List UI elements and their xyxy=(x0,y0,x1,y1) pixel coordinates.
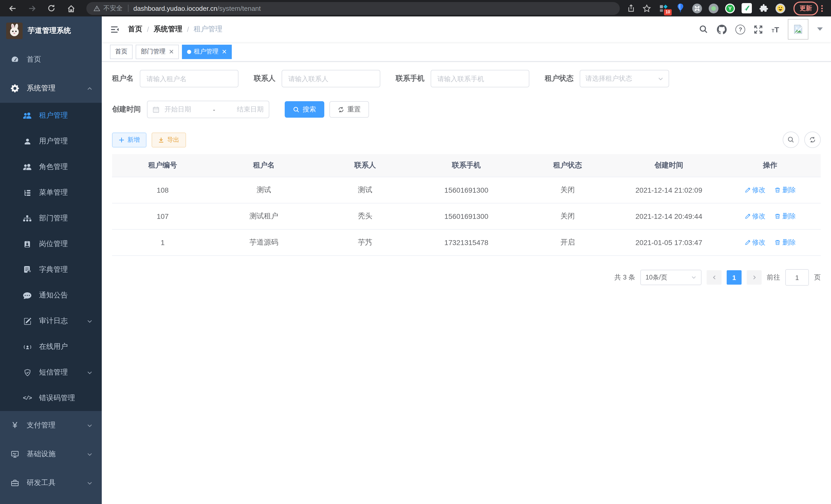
share-icon[interactable] xyxy=(627,4,635,12)
bookmark-star-icon[interactable] xyxy=(642,4,651,12)
sidebar-item-label: 错误码管理 xyxy=(39,393,92,403)
next-page-button[interactable] xyxy=(747,270,762,285)
caret-down-icon[interactable] xyxy=(817,27,823,31)
goto-page-input[interactable] xyxy=(785,269,809,286)
sidebar-item-tenant[interactable]: 租户管理 xyxy=(0,103,102,128)
prev-page-button[interactable] xyxy=(707,270,721,285)
close-icon[interactable] xyxy=(169,49,174,54)
sidebar-item-notice[interactable]: 通知公告 xyxy=(0,283,102,308)
header-search-icon[interactable] xyxy=(699,25,709,34)
contact-input[interactable] xyxy=(282,70,380,87)
sidebar-fold-icon[interactable] xyxy=(110,24,120,34)
phone-input[interactable] xyxy=(431,70,529,87)
extension-blocks-icon[interactable]: 10 xyxy=(658,3,668,13)
column-header: 创建时间 xyxy=(618,154,719,177)
extension-dot-icon[interactable] xyxy=(709,3,718,13)
cell-actions: 修改 删除 xyxy=(719,203,821,229)
breadcrumb-item[interactable]: 首页 xyxy=(128,25,142,34)
extension-y-icon[interactable]: Y xyxy=(725,3,735,13)
address-bar[interactable]: 不安全 dashboard.yudao.iocoder.cn/system/te… xyxy=(86,2,620,14)
filter-contact: 联系人 xyxy=(254,70,380,87)
delete-link[interactable]: 删除 xyxy=(775,185,796,195)
sidebar-item-label: 角色管理 xyxy=(39,162,92,172)
column-header: 租户状态 xyxy=(517,154,618,177)
field-label: 租户状态 xyxy=(545,74,574,83)
sidebar-item-system[interactable]: 系统管理 xyxy=(0,74,102,103)
sidebar-item-user[interactable]: 用户管理 xyxy=(0,128,102,154)
export-label: 导出 xyxy=(167,136,179,144)
date-range-picker[interactable]: 开始日期 - 结束日期 xyxy=(147,101,269,118)
browser-forward-icon[interactable] xyxy=(25,1,39,16)
sidebar-item-home[interactable]: 首页 xyxy=(0,45,102,74)
status-select[interactable]: 请选择租户状态 xyxy=(580,70,669,87)
delete-link[interactable]: 删除 xyxy=(775,238,796,247)
browser-update-button[interactable]: 更新 xyxy=(794,1,818,15)
tenant-name-input[interactable] xyxy=(140,70,238,87)
extension-chat-icon[interactable] xyxy=(742,3,752,13)
page-size-select[interactable]: 10条/页 xyxy=(640,270,701,285)
extension-balloon-icon[interactable] xyxy=(675,3,686,13)
breadcrumb-item[interactable]: 系统管理 xyxy=(154,25,182,34)
refresh-button[interactable] xyxy=(804,131,821,148)
sidebar-item-audit-log[interactable]: 审计日志 xyxy=(0,308,102,334)
users-icon xyxy=(23,112,32,120)
close-icon[interactable] xyxy=(222,49,227,54)
show-search-button[interactable] xyxy=(783,131,799,148)
sidebar-item-error-code[interactable]: </> 错误码管理 xyxy=(0,385,102,411)
page-number-1[interactable]: 1 xyxy=(727,270,742,285)
tab-home[interactable]: 首页 xyxy=(110,45,133,59)
sidebar-item-online-user[interactable]: 在线用户 xyxy=(0,334,102,360)
browser-back-icon[interactable] xyxy=(5,1,20,16)
sidebar-item-role[interactable]: 角色管理 xyxy=(0,154,102,180)
github-icon[interactable] xyxy=(717,24,727,34)
delete-link[interactable]: 删除 xyxy=(775,212,796,221)
edit-link[interactable]: 修改 xyxy=(744,185,766,195)
extensions-row: 10 Y xyxy=(658,3,785,13)
tags-view: 首页 部门管理 租户管理 xyxy=(102,42,831,62)
sidebar-item-infra[interactable]: 基础设施 xyxy=(0,440,102,469)
reset-button[interactable]: 重置 xyxy=(329,101,369,118)
column-header: 租户编号 xyxy=(112,154,213,177)
pencil-square-icon xyxy=(23,317,32,325)
browser-menu-icon[interactable] xyxy=(820,4,826,12)
help-icon[interactable]: ? xyxy=(736,24,745,34)
column-header: 联系手机 xyxy=(416,154,517,177)
font-size-icon[interactable]: TT xyxy=(772,25,779,34)
sidebar-item-label: 租户管理 xyxy=(39,111,92,120)
add-button[interactable]: 新增 xyxy=(112,132,146,147)
chevron-down-icon xyxy=(691,275,696,280)
cell-phone: 15601691300 xyxy=(416,203,517,229)
browser-home-icon[interactable] xyxy=(64,1,78,16)
sidebar-item-post[interactable]: 岗位管理 xyxy=(0,231,102,257)
sidebar-item-dict[interactable]: 字典管理 xyxy=(0,257,102,283)
sidebar-item-label: 字典管理 xyxy=(39,265,92,274)
fullscreen-icon[interactable] xyxy=(754,25,763,34)
sidebar-item-menu[interactable]: 菜单管理 xyxy=(0,180,102,206)
logo-row[interactable]: 芋道管理系统 xyxy=(0,17,102,45)
edit-icon xyxy=(744,213,751,219)
tab-tenant[interactable]: 租户管理 xyxy=(182,45,232,59)
extension-emoji-icon[interactable] xyxy=(775,3,785,13)
sidebar-item-dev-tools[interactable]: 研发工具 xyxy=(0,469,102,497)
gear-icon xyxy=(10,84,20,92)
tab-dept[interactable]: 部门管理 xyxy=(136,45,179,59)
browser-reload-icon[interactable] xyxy=(44,1,59,16)
extension-command-icon[interactable] xyxy=(692,3,702,13)
extensions-puzzle-icon[interactable] xyxy=(758,3,769,13)
edit-icon xyxy=(744,239,751,245)
sidebar-item-dept[interactable]: 部门管理 xyxy=(0,206,102,231)
export-button[interactable]: 导出 xyxy=(152,132,186,147)
edit-link[interactable]: 修改 xyxy=(744,212,766,221)
column-header: 操作 xyxy=(719,154,821,177)
pagination: 共 3 条 10条/页 1 前往 页 xyxy=(112,269,821,286)
table-header-row: 租户编号 租户名 联系人 联系手机 租户状态 创建时间 操作 xyxy=(112,154,821,177)
sidebar-item-sms[interactable]: 短信管理 xyxy=(0,360,102,385)
security-chip[interactable]: 不安全 xyxy=(93,4,122,12)
edit-link[interactable]: 修改 xyxy=(744,238,766,247)
breadcrumb-item: 租户管理 xyxy=(194,25,223,34)
sidebar-item-pay[interactable]: ¥ 支付管理 xyxy=(0,411,102,440)
active-dot xyxy=(187,50,191,54)
avatar[interactable] xyxy=(788,19,808,39)
cell-actions: 修改 删除 xyxy=(719,177,821,203)
search-button[interactable]: 搜索 xyxy=(285,101,324,118)
